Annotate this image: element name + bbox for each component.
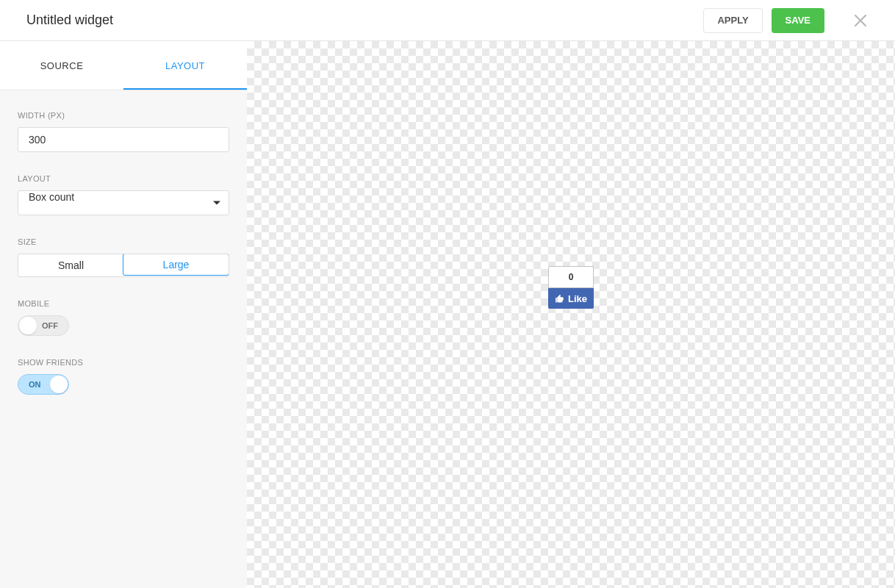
like-label: Like (568, 293, 587, 304)
tab-source[interactable]: SOURCE (0, 41, 123, 90)
close-icon (854, 14, 867, 27)
show-friends-label: SHOW FRIENDS (18, 358, 229, 367)
width-input[interactable] (18, 127, 229, 152)
show-friends-toggle[interactable]: ON (18, 374, 69, 395)
toggle-knob (50, 376, 68, 393)
preview-area: 0 Like (247, 41, 895, 588)
layout-label: LAYOUT (18, 174, 229, 183)
width-label: WIDTH (PX) (18, 111, 229, 120)
toggle-knob (19, 317, 37, 334)
size-option-small[interactable]: Small (18, 254, 123, 276)
apply-button[interactable]: APPLY (703, 8, 762, 33)
layout-select[interactable]: Box count (18, 190, 229, 215)
tab-layout[interactable]: LAYOUT (123, 41, 247, 90)
size-option-large[interactable]: Large (123, 254, 229, 276)
save-button[interactable]: SAVE (772, 8, 824, 33)
size-label: SIZE (18, 237, 229, 246)
mobile-toggle[interactable]: OFF (18, 315, 69, 336)
show-friends-toggle-state: ON (29, 380, 41, 389)
thumbs-up-icon (555, 294, 564, 304)
tabs: SOURCE LAYOUT (0, 41, 247, 90)
header-actions: APPLY SAVE (703, 8, 871, 33)
close-button[interactable] (849, 10, 871, 32)
facebook-like-widget: 0 Like (548, 266, 594, 309)
mobile-label: MOBILE (18, 299, 229, 308)
mobile-toggle-state: OFF (42, 321, 58, 330)
like-button[interactable]: Like (548, 288, 594, 309)
like-count: 0 (548, 266, 594, 288)
page-title: Untitled widget (26, 12, 113, 28)
size-segmented: Small Large (18, 254, 229, 277)
sidebar: SOURCE LAYOUT WIDTH (PX) LAYOUT Box coun… (0, 41, 247, 588)
